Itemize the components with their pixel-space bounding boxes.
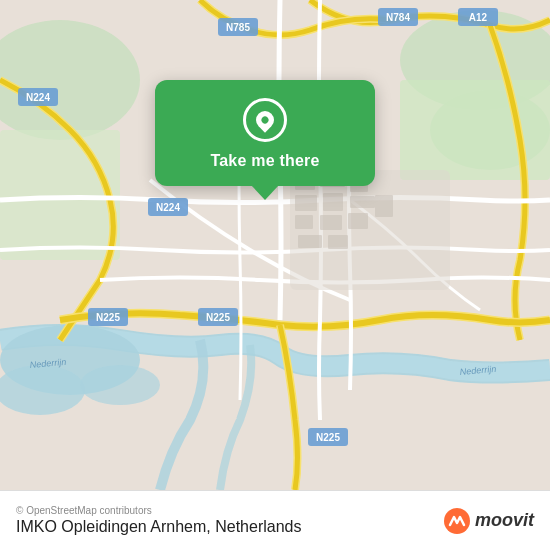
svg-rect-37	[375, 195, 393, 217]
location-name: IMKO Opleidingen Arnhem, Netherlands	[16, 518, 301, 536]
svg-text:N785: N785	[226, 22, 250, 33]
info-left: © OpenStreetMap contributors IMKO Opleid…	[16, 505, 301, 536]
svg-rect-38	[298, 235, 322, 248]
moovit-logo: moovit	[443, 507, 534, 535]
pin-circle	[243, 98, 287, 142]
svg-text:A12: A12	[469, 12, 488, 23]
take-me-there-button[interactable]: Take me there	[210, 152, 319, 170]
svg-rect-4	[0, 130, 120, 260]
svg-rect-31	[295, 195, 317, 211]
svg-text:N784: N784	[386, 12, 410, 23]
map-background: N224 N785 N784 A12 N224 N225 N225 N225 N…	[0, 0, 550, 490]
svg-text:N224: N224	[156, 202, 180, 213]
svg-text:N225: N225	[96, 312, 120, 323]
svg-rect-36	[348, 213, 368, 229]
svg-rect-33	[350, 196, 375, 208]
svg-text:N225: N225	[316, 432, 340, 443]
svg-text:N225: N225	[206, 312, 230, 323]
map-container: N224 N785 N784 A12 N224 N225 N225 N225 N…	[0, 0, 550, 490]
svg-rect-35	[320, 215, 342, 230]
moovit-brand-text: moovit	[475, 510, 534, 531]
copyright-text: © OpenStreetMap contributors	[16, 505, 301, 516]
pin-icon	[252, 107, 277, 132]
svg-rect-34	[295, 215, 313, 229]
svg-text:N224: N224	[26, 92, 50, 103]
svg-point-8	[80, 365, 160, 405]
svg-rect-5	[400, 80, 550, 180]
svg-rect-39	[328, 235, 348, 249]
moovit-icon	[443, 507, 471, 535]
navigation-popup[interactable]: Take me there	[155, 80, 375, 186]
svg-rect-32	[323, 193, 343, 211]
info-bar: © OpenStreetMap contributors IMKO Opleid…	[0, 490, 550, 550]
